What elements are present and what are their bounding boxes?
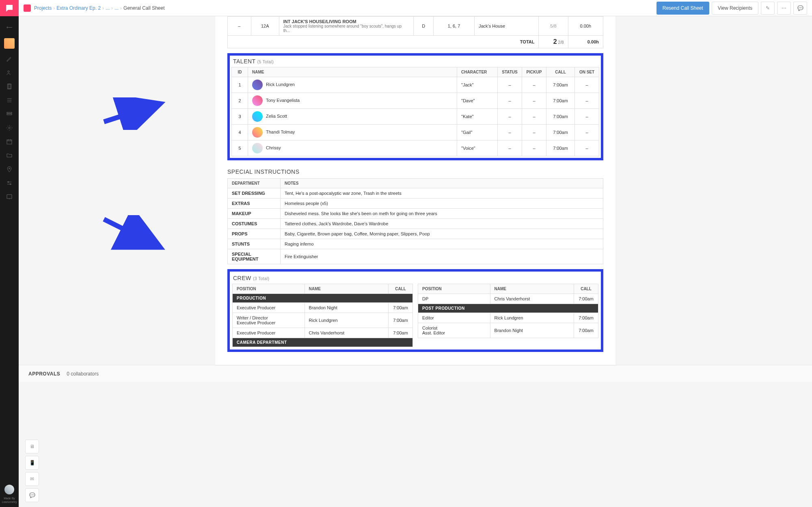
sidebar-script[interactable] xyxy=(0,80,19,93)
edit-button[interactable]: ✎ xyxy=(761,2,775,15)
sidebar-breakdown[interactable] xyxy=(0,93,19,107)
project-badge[interactable] xyxy=(24,4,31,12)
approvals-label: APPROVALS xyxy=(28,371,60,377)
main-content: – 12A INT JACK'S HOUSE/LIVING ROOM Jack … xyxy=(19,16,812,365)
crew-dept-row: CAMERA DEPARTMENT xyxy=(233,338,413,347)
svg-rect-2 xyxy=(9,84,11,89)
svg-rect-4 xyxy=(7,114,12,115)
crew-row: DPChris Vanderhorst7:00am xyxy=(418,294,598,304)
talent-row: 2Tony Evangelista"Dave"––7:00am– xyxy=(232,93,599,109)
scene-total-row: TOTAL 2 2/8 0.00h xyxy=(228,36,603,48)
view-recipients-button[interactable]: View Recipients xyxy=(712,2,758,15)
special-instructions-table: DEPARTMENTNOTES SET DRESSINGTent, He's a… xyxy=(227,178,603,264)
scene-desc: Jack stopped listening somewhere around … xyxy=(283,24,409,33)
comments-button[interactable]: 💬 xyxy=(793,2,807,15)
crew-title: CREW (3 Total) xyxy=(233,275,598,281)
top-header: Projects › Extra Ordinary Ep. 2 › ... › … xyxy=(0,0,812,16)
sliders-icon xyxy=(6,180,13,186)
svg-point-5 xyxy=(9,127,10,129)
svg-rect-1 xyxy=(7,84,10,89)
list-icon xyxy=(6,97,13,104)
crew-row: Executive ProducerChris Vanderhorst7:00a… xyxy=(233,328,413,338)
board-icon xyxy=(6,194,13,200)
sidebar-people[interactable] xyxy=(0,66,19,80)
sidebar-files[interactable] xyxy=(0,149,19,162)
approvals-collab: 0 collaborators xyxy=(67,371,99,377)
special-row: COSTUMESTattered clothes, Jack's Wardrob… xyxy=(228,219,603,229)
crew-row: Colorist Asst. EditorBrandon Night7:00am xyxy=(418,323,598,338)
document-icon xyxy=(6,83,13,90)
sidebar-calendar[interactable] xyxy=(0,135,19,149)
avatar xyxy=(252,80,263,90)
talent-row: 1Rick Lundgren"Jack"––7:00am– xyxy=(232,77,599,93)
ellipsis-icon: ⋯ xyxy=(782,5,786,11)
avatar xyxy=(252,111,263,122)
approvals-bar: APPROVALS 0 collaborators xyxy=(19,365,812,382)
sidebar-schedule[interactable] xyxy=(0,107,19,121)
special-row: SPECIAL EQUIPMENTFire Extinguisher xyxy=(228,249,603,264)
talent-section-highlight: TALENT (5 Total) ID NAME CHARACTER STATU… xyxy=(227,53,603,160)
more-button[interactable]: ⋯ xyxy=(777,2,791,15)
crew-row: EditorRick Lundgren7:00am xyxy=(418,313,598,323)
breadcrumb-project[interactable]: Extra Ordinary Ep. 2 xyxy=(56,5,101,11)
crew-row: Executive ProducerBrandon Night7:00am xyxy=(233,303,413,313)
breadcrumb-current: General Call Sheet xyxy=(123,5,164,11)
crew-dept-row: POST PRODUCTION xyxy=(418,304,598,313)
talent-row: 4Thandi Tolmay"Gail"––7:00am– xyxy=(232,125,599,140)
special-row: PROPSBaby, Cigarette, Brown paper bag, C… xyxy=(228,229,603,239)
svg-rect-10 xyxy=(7,195,12,198)
breadcrumb-projects[interactable]: Projects xyxy=(34,5,52,11)
talent-title: TALENT (5 Total) xyxy=(233,58,599,65)
crew-dept-row: PRODUCTION xyxy=(233,294,413,303)
crew-row: Writer / Director Executive ProducerRick… xyxy=(233,313,413,328)
calendar-icon xyxy=(6,138,13,145)
avatar xyxy=(252,95,263,106)
svg-rect-6 xyxy=(7,140,12,144)
special-row: SET DRESSINGTent, He's a post-apocalypti… xyxy=(228,188,603,198)
sidebar-back[interactable]: ⟵ xyxy=(0,20,19,34)
talent-row: 5Chrissy"Voice"––7:00am– xyxy=(232,140,599,156)
crew-section-highlight: CREW (3 Total) POSITIONNAMECALL PRODUCTI… xyxy=(227,269,603,352)
talent-row: 3Zelia Scott"Kate"––7:00am– xyxy=(232,109,599,125)
sidebar-sliders[interactable] xyxy=(0,176,19,190)
special-title: SPECIAL INSTRUCTIONS xyxy=(227,168,603,175)
pin-icon xyxy=(6,166,13,173)
special-row: STUNTSRaging inferno xyxy=(228,239,603,249)
avatar xyxy=(252,127,263,138)
left-sidebar: ⟵ Made ByLeanometry xyxy=(0,16,19,382)
svg-line-12 xyxy=(104,219,161,248)
avatar xyxy=(252,143,263,153)
chevron-right-icon: › xyxy=(120,5,122,11)
resend-button[interactable]: Resend Call Sheet xyxy=(657,2,709,15)
breadcrumb-dots[interactable]: ... xyxy=(106,5,110,11)
sidebar-location[interactable] xyxy=(0,162,19,176)
crew-table-right: POSITIONNAMECALL DPChris Vanderhorst7:00… xyxy=(418,284,598,338)
breadcrumb: Projects › Extra Ordinary Ep. 2 › ... › … xyxy=(34,5,165,11)
gear-icon xyxy=(6,125,13,131)
talent-header-row: ID NAME CHARACTER STATUS PICKUP CALL ON … xyxy=(232,67,599,77)
breadcrumb-dots2[interactable]: ... xyxy=(114,5,119,11)
chevron-right-icon: › xyxy=(111,5,113,11)
sidebar-reports[interactable] xyxy=(0,190,19,204)
app-logo[interactable] xyxy=(0,0,19,16)
folder-icon xyxy=(6,152,13,159)
svg-point-7 xyxy=(9,168,10,169)
sidebar-edit[interactable] xyxy=(0,52,19,66)
people-icon xyxy=(6,69,13,76)
special-row: EXTRASHomeless people (x5) xyxy=(228,198,603,209)
pencil-icon xyxy=(6,56,13,62)
arrow-annotation-icon xyxy=(100,97,173,130)
scene-row: – 12A INT JACK'S HOUSE/LIVING ROOM Jack … xyxy=(228,17,603,36)
crew-table-left: POSITIONNAMECALL PRODUCTION Executive Pr… xyxy=(232,284,413,347)
svg-line-11 xyxy=(104,104,161,122)
special-row: MAKEUPDisheveled mess. She looks like sh… xyxy=(228,209,603,219)
sidebar-project-thumb[interactable] xyxy=(4,38,15,49)
scenes-table-tail: – 12A INT JACK'S HOUSE/LIVING ROOM Jack … xyxy=(227,16,603,48)
top-actions: Resend Call Sheet View Recipients ✎ ⋯ 💬 xyxy=(657,2,812,15)
chevron-right-icon: › xyxy=(102,5,104,11)
chevron-right-icon: › xyxy=(53,5,55,11)
arrow-annotation-icon xyxy=(100,215,173,256)
sidebar-settings[interactable] xyxy=(0,121,19,135)
svg-point-0 xyxy=(8,71,9,72)
rows-icon xyxy=(6,111,13,117)
